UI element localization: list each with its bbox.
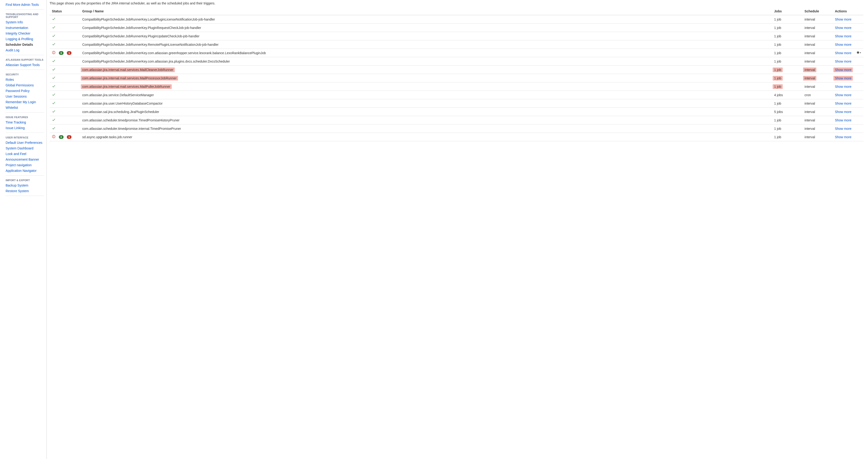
job-name: CompatibilityPluginScheduler.JobRunnerKe… (80, 15, 772, 24)
status-cell (50, 40, 80, 49)
svg-point-2 (54, 53, 54, 54)
sidebar-item[interactable]: Whitelist (6, 105, 44, 110)
job-count: 1 job (772, 66, 802, 74)
show-more-link[interactable]: Show more (835, 18, 851, 21)
job-name: CompatibilityPluginScheduler.JobRunnerKe… (80, 24, 772, 32)
show-more-link[interactable]: Show more (835, 26, 851, 30)
table-row: com.atlassian.jira.service.DefaultServic… (50, 91, 863, 99)
job-name: CompatibilityPluginScheduler.JobRunnerKe… (80, 32, 772, 40)
show-more-link[interactable]: Show more (835, 43, 851, 46)
table-row: CompatibilityPluginScheduler.JobRunnerKe… (50, 40, 863, 49)
row-actions-menu[interactable]: ▾ (856, 51, 861, 54)
job-count: 1 job (772, 133, 802, 141)
status-cell (50, 24, 80, 32)
actions-cell: Show more (833, 24, 863, 32)
status-cell (50, 66, 80, 74)
col-header-actions: Actions (833, 7, 863, 15)
job-schedule: interval (802, 74, 833, 83)
actions-cell: Show more (833, 133, 863, 141)
job-count: 1 job (772, 125, 802, 133)
job-count: 4 jobs (772, 91, 802, 99)
col-header-schedule: Schedule (802, 7, 833, 15)
show-more-link[interactable]: Show more (835, 93, 851, 97)
show-more-link[interactable]: Show more (835, 110, 851, 114)
col-header-jobs: Jobs (772, 7, 802, 15)
col-header-name: Group / Name (80, 7, 772, 15)
table-row: CompatibilityPluginScheduler.JobRunnerKe… (50, 32, 863, 40)
sidebar-item[interactable]: Look and Feel (6, 151, 44, 157)
status-cell (50, 57, 80, 66)
sidebar-item[interactable]: Application Navigator (6, 168, 44, 173)
show-more-link[interactable]: Show more (835, 135, 851, 139)
sidebar-item[interactable]: Backup System (6, 183, 44, 188)
status-cell (50, 32, 80, 40)
status-cell (50, 116, 80, 125)
job-schedule: interval (802, 49, 833, 57)
show-more-link[interactable]: Show more (835, 34, 851, 38)
show-more-link[interactable]: Show more (835, 127, 851, 131)
actions-cell: Show more (833, 99, 863, 108)
sidebar-group-label: IMPORT & EXPORT (6, 175, 44, 183)
col-header-status: Status (50, 7, 80, 15)
status-cell (50, 15, 80, 24)
show-more-link[interactable]: Show more (835, 118, 851, 122)
actions-cell: Show more (833, 108, 863, 116)
show-more-link[interactable]: Show more (835, 68, 851, 72)
job-count: 1 job (772, 40, 802, 49)
chevron-down-icon: ▾ (860, 52, 861, 54)
sidebar-item[interactable]: Scheduler Details (6, 42, 44, 47)
actions-cell: Show more (833, 74, 863, 83)
job-count: 1 job (772, 49, 802, 57)
table-row: 01sd.async.upgrade.tasks.job.runner1 job… (50, 133, 863, 141)
actions-cell: Show more (833, 40, 863, 49)
sidebar-item[interactable]: Default User Preferences (6, 140, 44, 145)
sidebar-item[interactable]: Time Tracking (6, 120, 44, 125)
sidebar-group-label: ATLASSIAN SUPPORT TOOLS (6, 55, 44, 62)
check-icon (52, 42, 56, 47)
job-schedule: interval (802, 66, 833, 74)
job-name: com.atlassian.jira.user.UserHistoryDatab… (80, 99, 772, 108)
sidebar-item[interactable]: Logging & Profiling (6, 36, 44, 42)
status-badge-fail: 1 (67, 51, 71, 55)
job-schedule: interval (802, 24, 833, 32)
job-count: 1 job (772, 74, 802, 83)
sidebar-item[interactable]: Remember My Login (6, 99, 44, 105)
sidebar-group-label: ISSUE FEATURES (6, 112, 44, 120)
show-more-link[interactable]: Show more (835, 51, 851, 55)
job-schedule: interval (802, 32, 833, 40)
show-more-link[interactable]: Show more (835, 85, 851, 89)
check-icon (52, 67, 56, 72)
scheduler-jobs-table: Status Group / Name Jobs Schedule Action… (50, 7, 863, 141)
sidebar-item[interactable]: Atlassian Support Tools (6, 62, 44, 68)
sidebar-group-label: TROUBLESHOOTING AND SUPPORT (6, 9, 44, 20)
sidebar-item[interactable]: Password Policy (6, 88, 44, 94)
sidebar-item[interactable]: Integrity Checker (6, 31, 44, 36)
check-icon (52, 118, 56, 122)
show-more-link[interactable]: Show more (835, 60, 851, 63)
actions-cell: Show more (833, 116, 863, 125)
sidebar-item[interactable]: Audit Log (6, 47, 44, 53)
sidebar-item[interactable]: User Sessions (6, 94, 44, 99)
job-name: com.atlassian.jira.internal.mail.service… (80, 66, 772, 74)
job-count: 1 job (772, 116, 802, 125)
job-schedule: interval (802, 40, 833, 49)
actions-cell: Show more (833, 91, 863, 99)
sidebar-item[interactable]: System Dashboard (6, 145, 44, 151)
sidebar-item[interactable]: Announcement Banner (6, 157, 44, 162)
sidebar-item[interactable]: Instrumentation (6, 25, 44, 31)
check-icon (52, 93, 56, 97)
show-more-link[interactable]: Show more (835, 76, 851, 80)
show-more-link[interactable]: Show more (835, 102, 851, 105)
sidebar-item[interactable]: Issue Linking (6, 125, 44, 131)
sidebar-item[interactable]: Restore System (6, 188, 44, 194)
sidebar-item[interactable]: Project navigation (6, 162, 44, 168)
sidebar-item[interactable]: System Info (6, 20, 44, 25)
job-name: CompatibilityPluginScheduler.JobRunnerKe… (80, 49, 772, 57)
sidebar-find-more-tools[interactable]: Find More Admin Tools (6, 2, 44, 7)
check-icon (52, 59, 56, 64)
check-icon (52, 76, 56, 80)
check-icon (52, 26, 56, 30)
sidebar-item[interactable]: Roles (6, 77, 44, 83)
sidebar-item[interactable]: Global Permissions (6, 83, 44, 88)
check-icon (52, 109, 56, 114)
